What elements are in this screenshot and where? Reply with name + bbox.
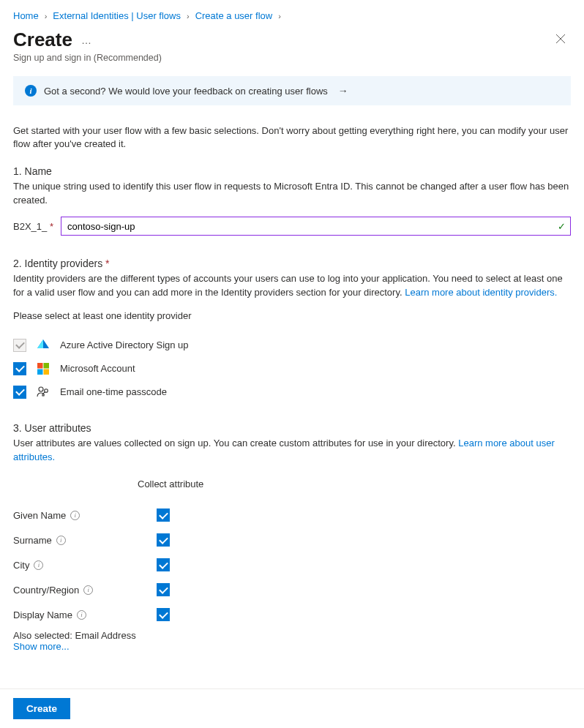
required-asterisk: * [105,258,109,269]
show-more-link[interactable]: Show more... [13,641,70,652]
idp-row-microsoft: Microsoft Account [13,362,571,375]
info-icon: i [25,85,37,97]
chevron-right-icon: › [278,12,281,20]
more-actions-button[interactable]: … [81,34,92,46]
attr-row-country: Country/Region i [13,577,571,602]
close-button[interactable] [550,29,571,49]
attr-label: Country/Region [13,585,79,596]
svg-rect-3 [44,363,50,369]
feedback-banner[interactable]: i Got a second? We would love your feedb… [13,76,571,105]
attr-label: Given Name [13,510,66,521]
attr-checkbox-surname[interactable] [157,533,170,547]
arrow-right-icon: → [338,85,348,97]
svg-rect-2 [37,363,43,369]
attr-description: User attributes are values collected on … [13,437,571,465]
attr-row-city: City i [13,552,571,577]
page-subtitle: Sign up and sign in (Recommended) [0,51,584,70]
footer: Create [0,688,584,728]
idp-label: Microsoft Account [60,363,135,374]
close-icon [555,34,566,44]
idp-checkbox-microsoft[interactable] [13,362,26,375]
attr-heading: 3. User attributes [13,422,571,434]
idp-row-email-otp: Email one-time passcode [13,386,571,399]
svg-rect-4 [37,369,43,375]
required-asterisk: * [47,221,53,232]
idp-row-aad: Azure Active Directory Sign up [13,339,571,352]
chevron-right-icon: › [45,12,48,20]
name-description: The unique string used to identify this … [13,180,571,208]
attr-label: Surname [13,535,52,546]
info-icon[interactable]: i [56,536,66,545]
attr-label: City [13,560,29,571]
info-icon[interactable]: i [83,585,93,595]
attr-row-surname: Surname i [13,528,571,552]
info-icon[interactable]: i [70,511,80,520]
breadcrumb-item-home[interactable]: Home [13,10,39,21]
aad-icon [37,339,50,352]
idp-instruction: Please select at least one identity prov… [13,310,571,321]
idp-checkbox-aad [13,339,26,352]
attr-checkbox-country[interactable] [157,583,170,596]
attr-row-given-name: Given Name i [13,503,571,528]
idp-label: Email one-time passcode [60,386,167,397]
person-key-icon [37,386,50,399]
info-icon[interactable]: i [34,560,43,570]
name-heading: 1. Name [13,165,571,177]
info-icon[interactable]: i [77,610,86,620]
name-prefix-label: B2X_1_ * [13,221,53,232]
idp-list: Azure Active Directory Sign up Microsoft… [13,339,571,399]
idp-checkbox-email-otp[interactable] [13,386,26,399]
idp-description: Identity providers are the different typ… [13,272,571,300]
attr-row-display-name: Display Name i [13,602,571,627]
svg-marker-1 [37,339,43,348]
collect-attribute-column-header: Collect attribute [13,473,571,497]
attr-checkbox-display-name[interactable] [157,608,170,621]
page-title: Create [13,29,72,51]
breadcrumb-item-external-identities[interactable]: External Identities | User flows [53,10,181,21]
attr-checkbox-city[interactable] [157,558,170,571]
svg-rect-5 [44,369,50,375]
breadcrumb-item-create-user-flow[interactable]: Create a user flow [195,10,273,21]
check-icon: ✓ [558,221,566,232]
idp-heading: 2. Identity providers * [13,258,571,269]
svg-point-6 [39,387,43,391]
create-button[interactable]: Create [13,698,70,719]
attr-list: Given Name i Surname i City i Country/Re… [13,503,571,627]
idp-label: Azure Active Directory Sign up [60,339,189,350]
name-input-wrapper: ✓ [61,217,571,236]
intro-text: Get started with your user flow with a f… [13,124,571,151]
name-input[interactable] [61,217,570,235]
chevron-right-icon: › [187,12,190,20]
idp-learn-more-link[interactable]: Learn more about identity providers. [405,287,557,298]
feedback-text: Got a second? We would love your feedbac… [44,86,328,97]
attr-label: Display Name [13,609,72,620]
microsoft-icon [37,362,50,375]
breadcrumb: Home › External Identities | User flows … [0,0,584,26]
also-selected-text: Also selected: Email Address [13,630,571,641]
attr-checkbox-given-name[interactable] [157,509,170,522]
